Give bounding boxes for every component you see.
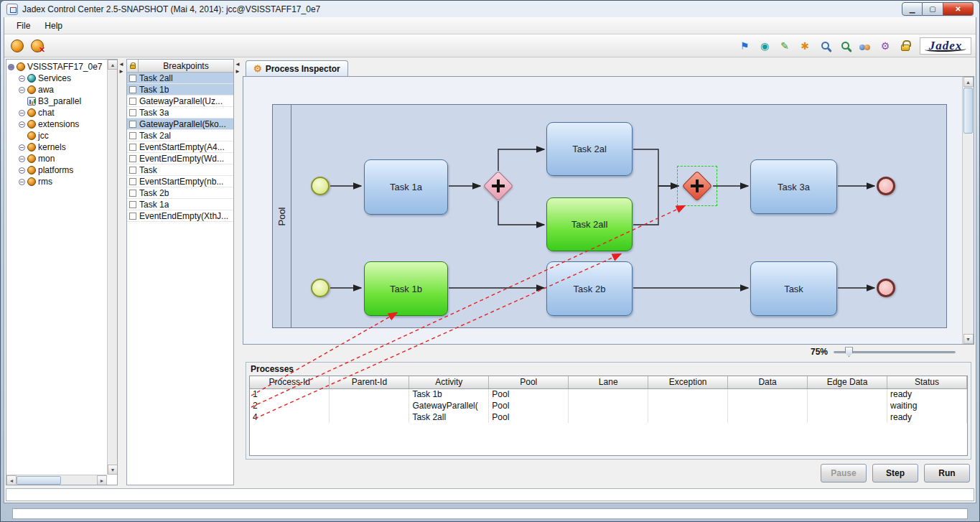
breakpoint-row[interactable]: EventEndEmpty(Wd... [127,153,233,164]
tree-item-extensions[interactable]: extensions [8,118,117,130]
bpmn-gateway-join[interactable] [681,170,713,202]
scroll-down-icon[interactable]: ▼ [963,334,974,344]
expand-toggle-icon[interactable] [19,121,25,128]
scrollbar-thumb[interactable] [17,476,61,485]
breakpoint-row[interactable]: Task 3a [127,107,233,118]
process-row[interactable]: 4 Task 2allPool ready [250,411,967,423]
security-plugin-button[interactable] [897,37,914,55]
breakpoint-checkbox[interactable] [129,201,136,208]
expand-toggle-icon[interactable] [19,179,25,185]
tree-item-chat[interactable]: chat [8,107,117,118]
bpmn-task-2all[interactable]: Task 2all [546,197,633,251]
expand-toggle-icon[interactable] [19,144,25,151]
bpmn-task-3a[interactable]: Task 3a [750,159,837,214]
col-data[interactable]: Data [728,376,808,388]
col-lane[interactable]: Lane [569,376,648,388]
breakpoint-checkbox[interactable] [129,75,136,82]
maximize-button[interactable]: ▢ [923,2,943,16]
breakpoint-row[interactable]: Task [127,164,233,176]
collapse-left-icon[interactable]: ◄ [118,62,124,67]
starter-plugin-button[interactable]: ⚑ [736,37,753,55]
pause-button[interactable]: Pause [821,464,867,483]
breakpoint-row[interactable]: Task 2al [127,130,233,141]
col-edge-data[interactable]: Edge Data [808,376,887,388]
debugger-plugin-button[interactable] [836,37,854,55]
breakpoint-checkbox[interactable] [129,155,136,162]
tree-item-mon[interactable]: mon [8,153,117,164]
breakpoint-checkbox[interactable] [129,144,136,151]
breakpoint-row[interactable]: Task 2all [127,73,233,84]
settings-plugin-button[interactable]: ⚙ [877,37,894,55]
tree-item-awa[interactable]: awa [8,84,117,95]
process-row[interactable]: 2 GatewayParallel(Pool waiting [250,400,967,411]
tree-item-services[interactable]: Services [8,73,117,84]
expand-toggle-icon[interactable] [8,64,14,70]
awareness-plugin-button[interactable]: ◉ [756,37,773,55]
breakpoint-checkbox[interactable] [129,167,136,174]
tree-item-b3-parallel[interactable]: B3_parallel [8,95,117,107]
bpmn-end-event-1[interactable] [877,177,895,195]
tree-root-row[interactable]: VSISSTAFF17_0e7 [8,61,117,73]
run-button[interactable]: Run [924,464,970,483]
breakpoint-checkbox[interactable] [129,213,136,220]
bpmn-task-1b[interactable]: Task 1b [364,261,448,316]
expand-toggle-icon[interactable] [19,167,25,174]
splitter-right[interactable]: ◄ ► [234,59,243,485]
tree-item-jcc[interactable]: jcc [8,130,117,141]
col-pool[interactable]: Pool [489,376,569,388]
col-exception[interactable]: Exception [648,376,728,388]
canvas-vertical-scrollbar[interactable]: ▲ ▼ [962,77,974,344]
breakpoint-row[interactable]: EventStartEmpty(A4... [127,141,233,153]
expand-toggle-icon[interactable] [19,75,25,82]
breakpoint-checkbox[interactable] [129,109,136,116]
expand-toggle-icon[interactable] [19,156,25,162]
breakpoints-header[interactable]: Breakpoints [127,60,233,73]
expand-toggle-icon[interactable] [19,110,25,116]
breakpoint-row[interactable]: EventStartEmpty(nb... [127,176,233,187]
breakpoint-row[interactable]: GatewayParallel(Uz... [127,95,233,107]
menu-file[interactable]: File [10,19,37,33]
col-activity[interactable]: Activity [409,376,489,388]
process-canvas[interactable]: Pool [243,77,962,344]
chart-edit-plugin-button[interactable]: ✎ [776,37,793,55]
slider-thumb[interactable] [845,347,853,357]
col-status[interactable]: Status [887,376,967,388]
zoom-slider[interactable] [834,347,956,357]
lock-column-header[interactable] [127,60,139,73]
bpmn-start-event-2[interactable] [311,279,330,297]
bpmn-gateway-split[interactable] [482,170,514,202]
breakpoint-row[interactable]: Task 1b [127,84,233,95]
collapse-left-icon[interactable]: ◄ [235,62,241,67]
close-button[interactable]: ✕ [943,2,974,16]
step-button[interactable]: Step [872,464,918,483]
breakpoint-row[interactable]: GatewayParallel(5ko... [127,118,233,130]
minimize-button[interactable]: ▁ [902,2,923,16]
breakpoint-checkbox[interactable] [129,86,136,93]
breakpoint-checkbox[interactable] [129,178,136,185]
bpmn-task-2b[interactable]: Task 2b [546,261,633,316]
tree-vertical-scrollbar[interactable]: ▲ ▼ [107,60,117,475]
titlebar[interactable]: Jadex Control Center 2.5-SNAPSHOT (Mai 4… [4,1,976,17]
simulation-plugin-button[interactable]: ✱ [796,37,813,55]
breakpoint-row[interactable]: EventEndEmpty(XthJ... [127,210,233,222]
bpmn-end-event-2[interactable] [877,279,895,297]
bpmn-start-event-1[interactable] [311,177,330,195]
bpmn-task[interactable]: Task [750,261,837,316]
splitter-left[interactable]: ◄ ► [118,59,126,485]
breakpoint-row[interactable]: Task 1a [127,199,233,210]
tree-item-rms[interactable]: rms [8,176,117,187]
breakpoint-row[interactable]: Task 2b [127,187,233,199]
scroll-up-icon[interactable]: ▲ [963,77,974,87]
breakpoint-checkbox[interactable] [129,190,136,197]
menu-help[interactable]: Help [38,19,69,33]
agents-plugin-button[interactable] [857,37,874,55]
scroll-up-icon[interactable]: ▲ [108,60,118,70]
scroll-left-icon[interactable]: ◄ [6,475,17,485]
tree-item-kernels[interactable]: kernels [8,141,117,153]
process-row[interactable]: 1 Task 1bPool ready [250,388,967,400]
collapse-right-icon[interactable]: ► [235,69,241,75]
tree-item-platforms[interactable]: platforms [8,164,117,176]
col-process-id[interactable]: Process-Id [250,376,330,388]
expand-toggle-icon[interactable] [19,87,25,93]
scrollbar-thumb[interactable] [963,88,973,134]
